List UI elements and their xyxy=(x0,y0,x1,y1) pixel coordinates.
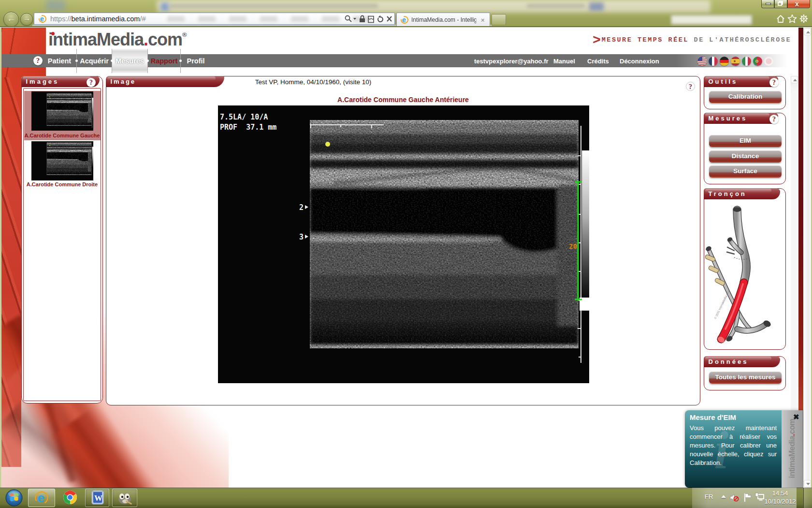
flag-fr-icon[interactable] xyxy=(709,57,718,66)
nav-link-credits[interactable]: Crédits xyxy=(587,58,609,65)
header-gloss xyxy=(705,189,771,193)
thumbnail-item[interactable]: A.Carotide Commune Droite xyxy=(24,141,101,187)
images-list: A.Carotide Commune Gauche A.Carotide Com… xyxy=(23,88,101,401)
eim-button[interactable]: EIM xyxy=(709,135,782,147)
artery-diagram[interactable]: © 2011 IntimaMedia.com xyxy=(705,200,784,350)
images-help-icon[interactable]: ? xyxy=(87,78,96,87)
ie-favicon: e xyxy=(38,15,47,25)
favorites-star-icon[interactable] xyxy=(787,14,798,24)
distance-button[interactable]: Distance xyxy=(709,150,782,163)
close-button[interactable]: x xyxy=(787,0,810,8)
restore-button[interactable] xyxy=(774,0,787,8)
flag-us-icon[interactable] xyxy=(697,57,707,66)
surface-button[interactable]: Surface xyxy=(709,165,782,178)
home-icon[interactable] xyxy=(775,14,786,24)
nav-item-acquerir[interactable]: Acquérir xyxy=(77,57,112,65)
address-bar[interactable]: e https://beta.intimamedia.com/# xyxy=(34,13,395,25)
svg-text:e: e xyxy=(40,15,44,23)
up-triangle-icon xyxy=(793,79,797,81)
inner-scrollbar-up-icon[interactable] xyxy=(791,76,798,83)
flag-de-icon[interactable] xyxy=(720,57,729,66)
site-logo[interactable]: intimaMedia.com® xyxy=(48,30,187,50)
tools-help-icon[interactable]: ? xyxy=(769,78,779,87)
tray-network-icon[interactable] xyxy=(755,493,765,505)
thumbnail-caption[interactable]: A.Carotide Commune Gauche xyxy=(24,133,101,138)
thumbnail-image[interactable] xyxy=(31,141,93,180)
image-title: A.Carotide Commune Gauche Antérieure xyxy=(106,96,700,104)
data-panel: Données Toutes les mesures xyxy=(704,356,786,390)
taskbar-gimp-button[interactable] xyxy=(112,489,137,507)
nav-link-deconnexion[interactable]: Déconnexion xyxy=(620,58,659,65)
measures-panel: Mesures ? EIM Distance Surface xyxy=(704,113,786,184)
site-tagline: >Mesure temps réel de l'Athérosclérose xyxy=(593,32,791,47)
background-word-icon xyxy=(589,2,604,11)
new-tab-button[interactable] xyxy=(492,14,506,25)
start-button[interactable] xyxy=(4,489,24,507)
up-triangle-icon xyxy=(806,31,810,33)
svg-text:e: e xyxy=(38,491,44,505)
background-desktop-icon xyxy=(46,0,65,11)
tray-volume-muted-icon[interactable] xyxy=(730,493,740,505)
eim-popup: i Mesure d'EIM Vous pouvez maintenant co… xyxy=(685,410,803,488)
scrollbar-down-icon[interactable] xyxy=(804,480,811,487)
all-measures-button[interactable]: Toutes les mesures xyxy=(709,372,782,384)
url-text[interactable]: https://beta.intimamedia.com/# xyxy=(50,15,145,23)
taskbar-ie-button[interactable]: e xyxy=(28,489,55,507)
image-panel: Image Test VP, Homme, 04/10/1960, (visit… xyxy=(106,76,700,405)
popup-message: Vous pouvez maintenant commencer à réali… xyxy=(690,424,777,476)
header-gloss xyxy=(705,357,771,360)
browser-tab[interactable]: e IntimaMedia.com - Intellig... × xyxy=(396,13,490,27)
taskbar-chrome-button[interactable] xyxy=(58,489,82,507)
tray-hidden-icons-icon[interactable] xyxy=(721,495,726,498)
header-gloss xyxy=(705,113,769,117)
flag-it-icon[interactable] xyxy=(742,57,751,66)
browser-back-button[interactable]: ← xyxy=(3,12,19,27)
image-help-icon[interactable]: ? xyxy=(686,82,695,91)
tray-language[interactable]: FR xyxy=(705,493,713,500)
calibration-button[interactable]: Calibration xyxy=(709,91,782,103)
popup-body-area: i Mesure d'EIM Vous pouvez maintenant co… xyxy=(685,410,782,488)
show-desktop-button[interactable] xyxy=(803,488,812,508)
flag-es-icon[interactable] xyxy=(731,57,740,66)
flag-jp-disabled-icon xyxy=(764,57,773,66)
browser-chrome: ← → e https://beta.intimamedia.com/# xyxy=(0,0,812,28)
tab-title: IntimaMedia.com - Intellig... xyxy=(411,16,476,23)
nav-item-rapport[interactable]: Rapport xyxy=(148,57,180,65)
nav-help-icon[interactable]: ? xyxy=(33,56,43,65)
address-bar-icons xyxy=(344,15,392,26)
browser-forward-button[interactable]: → xyxy=(20,13,33,26)
nav-item-mesures[interactable]: Mesures xyxy=(112,57,147,65)
tray-action-center-flag-icon[interactable] xyxy=(743,493,752,505)
flame-streak xyxy=(1,396,173,488)
refresh-icon xyxy=(378,15,383,22)
tab-close-icon[interactable]: × xyxy=(481,16,485,24)
tray-clock[interactable]: 14:5410/10/2012 xyxy=(764,489,797,506)
header-gloss xyxy=(23,76,91,80)
thumbnail-caption[interactable]: A.Carotide Commune Droite xyxy=(24,181,101,187)
flag-pt-icon[interactable] xyxy=(753,57,762,66)
ultrasound-image[interactable]: 7.5LA/ 10/A PROF 37.1 mm 2 3 xyxy=(218,105,589,383)
settings-gear-icon[interactable] xyxy=(798,14,809,24)
nav-item-profil[interactable]: Profil xyxy=(181,57,211,65)
nav-item-patient[interactable]: Patient xyxy=(43,57,76,65)
svg-text:e: e xyxy=(402,16,406,24)
taskbar-word-button[interactable]: W xyxy=(85,489,109,507)
tools-panel: Outils ? Calibration xyxy=(704,76,786,109)
nav-link-manuel[interactable]: Manuel xyxy=(553,58,575,65)
flame-streak xyxy=(48,408,183,488)
scrollbar-up-icon[interactable] xyxy=(804,28,811,35)
flame-red-block xyxy=(1,28,46,77)
thumbnail-item-selected[interactable]: A.Carotide Commune Gauche xyxy=(24,91,101,140)
images-panel: Images ? A.Carotide Commune Gauche A.Car… xyxy=(21,76,103,403)
measures-help-icon[interactable]: ? xyxy=(769,115,779,124)
background-window-title-text2 xyxy=(527,4,585,8)
minimize-button[interactable] xyxy=(761,0,774,8)
window-buttons: x xyxy=(761,0,810,8)
thumbnail-image[interactable] xyxy=(31,91,93,131)
browser-scrollbar[interactable] xyxy=(804,28,811,488)
minimize-icon xyxy=(766,3,771,5)
popup-close-icon[interactable]: ✖ xyxy=(793,413,799,421)
header-gloss xyxy=(705,76,769,80)
inner-scrollbar[interactable] xyxy=(791,76,798,410)
troncon-panel: Tronçon xyxy=(704,188,786,350)
